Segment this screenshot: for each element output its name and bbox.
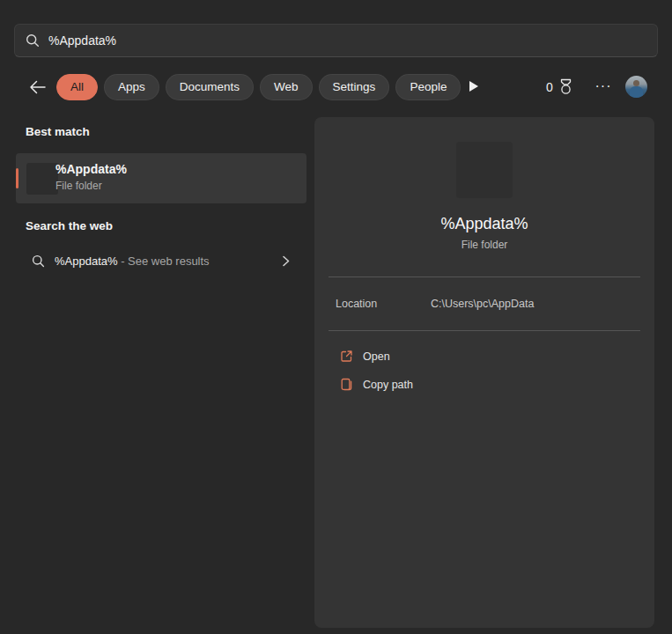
search-icon <box>26 33 40 48</box>
more-options-button[interactable]: ··· <box>592 77 615 96</box>
web-result-suffix: - See web results <box>118 254 210 268</box>
back-button[interactable] <box>26 77 48 98</box>
tab-people[interactable]: People <box>395 74 461 100</box>
preview-title: %Appdata% <box>314 215 654 233</box>
avatar-body-shape <box>630 86 643 98</box>
copy-path-action[interactable]: Copy path <box>329 371 640 399</box>
tab-apps[interactable]: Apps <box>104 74 159 100</box>
result-subtitle: File folder <box>55 180 102 192</box>
web-result-query: %Appdata% <box>55 254 118 268</box>
search-web-heading: Search the web <box>26 219 113 232</box>
rewards-count: 0 <box>546 80 553 94</box>
open-action[interactable]: Open <box>329 343 640 371</box>
chevron-right-icon <box>279 254 292 268</box>
result-title: %Appdata% <box>55 162 127 176</box>
divider <box>329 276 640 277</box>
tab-all[interactable]: All <box>56 74 98 100</box>
filter-pills: All Apps Documents Web Settings People F… <box>56 73 462 100</box>
copy-path-action-label: Copy path <box>363 379 413 391</box>
preview-panel: %Appdata% File folder Location C:\Users\… <box>314 117 654 628</box>
web-search-result[interactable]: %Appdata% - See web results <box>16 246 306 278</box>
avatar-head-shape <box>633 80 639 86</box>
user-avatar[interactable] <box>625 76 647 98</box>
rewards-button[interactable]: 0 <box>546 76 573 98</box>
open-action-label: Open <box>363 350 390 363</box>
filter-toolbar: All Apps Documents Web Settings People F… <box>0 73 672 100</box>
location-value: C:\Users\pc\AppData <box>431 298 534 310</box>
tab-documents[interactable]: Documents <box>166 74 254 100</box>
tab-settings[interactable]: Settings <box>319 74 390 100</box>
search-input[interactable] <box>48 33 646 48</box>
search-bar[interactable] <box>14 24 658 57</box>
best-match-result[interactable]: %Appdata% File folder <box>16 153 306 203</box>
open-external-icon <box>340 350 353 363</box>
best-match-heading: Best match <box>26 125 90 138</box>
location-label: Location <box>336 298 377 310</box>
web-result-text: %Appdata% - See web results <box>55 254 210 268</box>
preview-subtitle: File folder <box>314 239 654 251</box>
folder-preview-icon <box>456 142 513 198</box>
folder-thumbnail-icon <box>26 163 58 195</box>
divider <box>329 330 640 331</box>
rewards-medal-icon <box>558 78 573 95</box>
tab-web[interactable]: Web <box>260 74 313 100</box>
tabs-next-arrow[interactable] <box>465 77 483 95</box>
copy-icon <box>340 378 353 391</box>
selection-accent-bar <box>16 168 18 188</box>
search-icon <box>32 254 45 268</box>
